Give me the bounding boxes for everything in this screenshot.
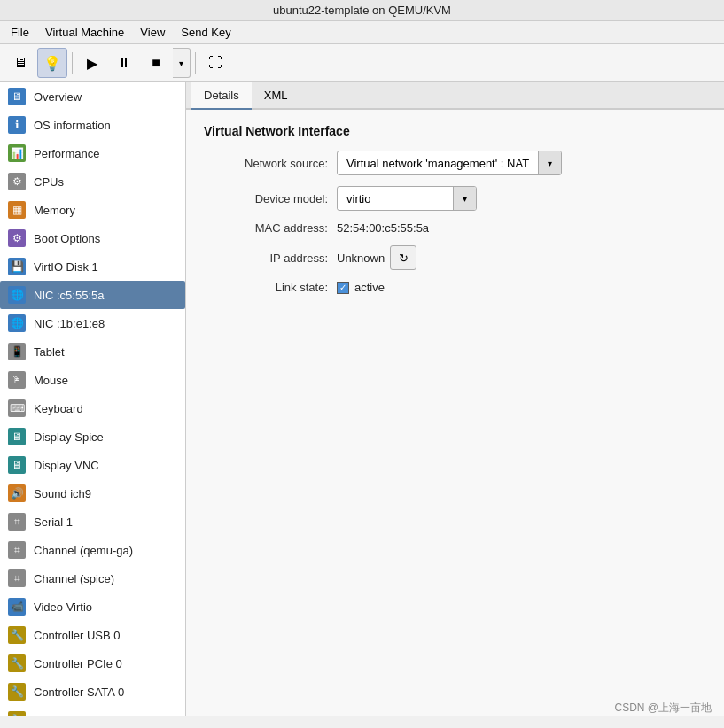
ip-address-row: IP address: Unknown ↻ [204, 245, 706, 270]
sidebar-label-os-information: OS information [34, 119, 111, 132]
sidebar-item-keyboard[interactable]: ⌨Keyboard [0, 394, 185, 422]
sidebar-item-nic-1b[interactable]: 🌐NIC :1b:e1:e8 [0, 309, 185, 337]
device-model-select[interactable]: virtio ▾ [337, 186, 477, 211]
sidebar-icon-controller-sata0: 🔧 [7, 682, 27, 701]
sidebar-item-mouse[interactable]: 🖱Mouse [0, 366, 185, 394]
ico-display-vnc: 🖥 [8, 456, 26, 474]
link-state-label: Link state: [204, 281, 328, 294]
stop-button[interactable]: ■ [141, 48, 171, 78]
sidebar-item-controller-usb0[interactable]: 🔧Controller USB 0 [0, 621, 185, 649]
network-source-value: Virtual network 'management' : NAT [338, 153, 538, 174]
sidebar-label-controller-sata0: Controller SATA 0 [34, 685, 124, 699]
network-source-label: Network source: [204, 157, 328, 170]
power-dropdown[interactable]: ▾ [173, 48, 191, 78]
sidebar-label-keyboard: Keyboard [34, 402, 83, 415]
section-title: Virtual Network Interface [204, 124, 706, 138]
sidebar-item-performance[interactable]: 📊Performance [0, 139, 185, 167]
mac-address-value: 52:54:00:c5:55:5a [337, 221, 429, 235]
sidebar-item-os-information[interactable]: ℹOS information [0, 111, 185, 139]
toolbar-separator-2 [195, 52, 196, 74]
sidebar-item-tablet[interactable]: 📱Tablet [0, 337, 185, 366]
sidebar-label-display-spice: Display Spice [34, 430, 104, 444]
ico-controller-sata0: 🔧 [8, 683, 26, 701]
sidebar-label-controller-virtio-serial0: Controller VirtIO Serial 0 [34, 714, 159, 717]
ico-boot-options: ⚙ [8, 229, 26, 247]
refresh-ip-button[interactable]: ↻ [390, 245, 416, 270]
menu-file[interactable]: File [4, 23, 36, 42]
device-model-arrow[interactable]: ▾ [453, 187, 476, 210]
ico-performance: 📊 [8, 144, 26, 162]
link-state-value: active [354, 281, 385, 294]
tab-details[interactable]: Details [191, 82, 252, 110]
sidebar-item-display-spice[interactable]: 🖥Display Spice [0, 422, 185, 451]
sidebar-label-display-vnc: Display VNC [34, 459, 99, 472]
toolbar-separator-1 [72, 52, 73, 74]
bulb-button[interactable]: 💡 [37, 48, 67, 78]
main-layout: 🖥OverviewℹOS information📊Performance⚙CPU… [0, 82, 724, 716]
sidebar-label-sound-ich9: Sound ich9 [34, 487, 91, 500]
sidebar-label-controller-pcie0: Controller PCIe 0 [34, 657, 122, 670]
ico-overview: 🖥 [8, 88, 26, 105]
sidebar-item-channel-spice[interactable]: ⌗Channel (spice) [0, 564, 185, 592]
link-state-checkbox[interactable]: ✓ [337, 282, 349, 294]
sidebar-icon-mouse: 🖱 [7, 370, 27, 390]
sidebar-item-virtio-disk[interactable]: 💾VirtIO Disk 1 [0, 252, 185, 281]
watermark: CSDN @上海一亩地 [614, 701, 712, 716]
ico-channel-qemu: ⌗ [8, 541, 26, 559]
ico-mouse: 🖱 [8, 371, 26, 389]
sidebar-label-overview: Overview [34, 90, 82, 104]
ico-serial-1: ⌗ [8, 513, 26, 531]
sidebar-icon-video-virtio: 📹 [7, 597, 27, 616]
sidebar-icon-display-vnc: 🖥 [7, 455, 27, 475]
sidebar-label-controller-usb0: Controller USB 0 [34, 629, 121, 642]
monitor-button[interactable]: 🖥 [5, 48, 35, 78]
sidebar-item-video-virtio[interactable]: 📹Video Virtio [0, 592, 185, 621]
ip-address-value: Unknown [337, 252, 385, 265]
ico-controller-virtio-serial0: 🔧 [8, 711, 26, 716]
sidebar-label-video-virtio: Video Virtio [34, 600, 92, 614]
sidebar-item-memory[interactable]: ▦Memory [0, 196, 185, 224]
menu-view[interactable]: View [133, 23, 172, 42]
sidebar-label-nic-1b: NIC :1b:e1:e8 [34, 317, 105, 330]
sidebar-icon-sound-ich9: 🔊 [7, 484, 27, 503]
sidebar-item-display-vnc[interactable]: 🖥Display VNC [0, 451, 185, 479]
sidebar: 🖥OverviewℹOS information📊Performance⚙CPU… [0, 82, 186, 716]
sidebar-label-virtio-disk: VirtIO Disk 1 [34, 260, 98, 274]
sidebar-item-controller-virtio-serial0[interactable]: 🔧Controller VirtIO Serial 0 [0, 706, 185, 716]
sidebar-icon-nic-c5: 🌐 [7, 285, 27, 305]
ico-tablet: 📱 [8, 343, 26, 360]
sidebar-item-overview[interactable]: 🖥Overview [0, 82, 185, 111]
sidebar-item-serial-1[interactable]: ⌗Serial 1 [0, 507, 185, 536]
toolbar: 🖥 💡 ▶ ⏸ ■ ▾ ⛶ [0, 44, 724, 82]
menu-send-key[interactable]: Send Key [174, 23, 237, 42]
sidebar-icon-controller-usb0: 🔧 [7, 625, 27, 645]
link-state-row: Link state: ✓ active [204, 281, 706, 294]
sidebar-item-cpus[interactable]: ⚙CPUs [0, 167, 185, 196]
sidebar-icon-serial-1: ⌗ [7, 512, 27, 531]
sidebar-label-tablet: Tablet [34, 345, 65, 359]
sidebar-item-controller-pcie0[interactable]: 🔧Controller PCIe 0 [0, 649, 185, 678]
play-button[interactable]: ▶ [77, 48, 107, 78]
mac-address-label: MAC address: [204, 221, 328, 235]
sidebar-icon-keyboard: ⌨ [7, 399, 27, 418]
sidebar-item-nic-c5[interactable]: 🌐NIC :c5:55:5a [0, 281, 185, 309]
sidebar-icon-nic-1b: 🌐 [7, 314, 27, 333]
sidebar-item-sound-ich9[interactable]: 🔊Sound ich9 [0, 479, 185, 507]
ico-channel-spice: ⌗ [8, 569, 26, 587]
titlebar-text: ubuntu22-template on QEMU/KVM [273, 4, 451, 17]
tab-xml[interactable]: XML [252, 82, 300, 110]
menu-virtual-machine[interactable]: Virtual Machine [38, 23, 131, 42]
ico-controller-usb0: 🔧 [8, 626, 26, 644]
pause-button[interactable]: ⏸ [109, 48, 139, 78]
sidebar-item-boot-options[interactable]: ⚙Boot Options [0, 224, 185, 252]
ico-display-spice: 🖥 [8, 428, 26, 445]
network-source-select[interactable]: Virtual network 'management' : NAT ▾ [337, 151, 562, 175]
device-model-value: virtio [338, 189, 453, 209]
mac-address-row: MAC address: 52:54:00:c5:55:5a [204, 221, 706, 235]
sidebar-item-controller-sata0[interactable]: 🔧Controller SATA 0 [0, 678, 185, 706]
sidebar-icon-performance: 📊 [7, 143, 27, 163]
network-source-arrow[interactable]: ▾ [538, 151, 561, 174]
sidebar-label-channel-qemu: Channel (qemu-ga) [34, 544, 133, 557]
fullscreen-button[interactable]: ⛶ [200, 48, 230, 78]
sidebar-item-channel-qemu[interactable]: ⌗Channel (qemu-ga) [0, 536, 185, 564]
